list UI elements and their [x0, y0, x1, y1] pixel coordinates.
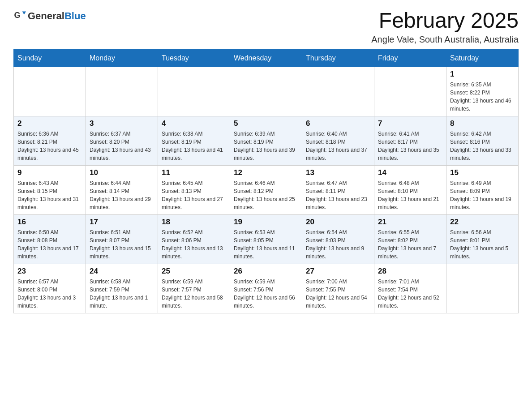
day-info: Sunrise: 6:37 AM Sunset: 8:20 PM Dayligh… [90, 130, 154, 162]
day-info: Sunrise: 6:43 AM Sunset: 8:15 PM Dayligh… [17, 179, 82, 211]
day-info: Sunrise: 6:40 AM Sunset: 8:18 PM Dayligh… [306, 130, 370, 162]
day-info: Sunrise: 6:45 AM Sunset: 8:13 PM Dayligh… [162, 179, 226, 211]
day-number: 11 [162, 168, 226, 177]
day-number: 21 [378, 218, 442, 227]
day-number: 8 [450, 119, 515, 128]
day-number: 16 [17, 218, 82, 227]
calendar-cell [86, 67, 158, 116]
day-info: Sunrise: 6:51 AM Sunset: 8:07 PM Dayligh… [90, 228, 154, 261]
day-number: 15 [450, 168, 515, 177]
logo-general-text: General [28, 10, 64, 21]
calendar-cell: 4Sunrise: 6:38 AM Sunset: 8:19 PM Daylig… [158, 116, 230, 165]
calendar-cell [374, 67, 446, 116]
calendar-cell: 15Sunrise: 6:49 AM Sunset: 8:09 PM Dayli… [446, 165, 519, 214]
day-number: 23 [17, 267, 82, 276]
svg-marker-1 [22, 12, 26, 15]
calendar-cell: 22Sunrise: 6:56 AM Sunset: 8:01 PM Dayli… [446, 214, 519, 264]
day-info: Sunrise: 7:00 AM Sunset: 7:55 PM Dayligh… [306, 278, 370, 310]
day-info: Sunrise: 6:38 AM Sunset: 8:19 PM Dayligh… [162, 130, 226, 162]
day-info: Sunrise: 6:42 AM Sunset: 8:16 PM Dayligh… [450, 130, 515, 162]
calendar-cell: 5Sunrise: 6:39 AM Sunset: 8:19 PM Daylig… [230, 116, 302, 165]
day-number: 20 [306, 218, 370, 227]
day-info: Sunrise: 6:36 AM Sunset: 8:21 PM Dayligh… [17, 130, 82, 162]
calendar-cell: 28Sunrise: 7:01 AM Sunset: 7:54 PM Dayli… [374, 264, 446, 313]
day-number: 3 [90, 119, 154, 128]
day-number: 5 [234, 119, 298, 128]
day-number: 12 [234, 168, 298, 177]
day-info: Sunrise: 6:52 AM Sunset: 8:06 PM Dayligh… [162, 228, 226, 261]
calendar-week-row: 1Sunrise: 6:35 AM Sunset: 8:22 PM Daylig… [14, 67, 519, 116]
day-info: Sunrise: 6:48 AM Sunset: 8:10 PM Dayligh… [378, 179, 442, 211]
day-number: 27 [306, 267, 370, 276]
calendar-cell: 23Sunrise: 6:57 AM Sunset: 8:00 PM Dayli… [14, 264, 86, 313]
day-info: Sunrise: 6:50 AM Sunset: 8:08 PM Dayligh… [17, 228, 82, 261]
day-info: Sunrise: 6:58 AM Sunset: 7:59 PM Dayligh… [90, 278, 154, 310]
calendar-cell: 19Sunrise: 6:53 AM Sunset: 8:05 PM Dayli… [230, 214, 302, 264]
location-subtitle: Angle Vale, South Australia, Australia [371, 34, 519, 45]
calendar-cell: 8Sunrise: 6:42 AM Sunset: 8:16 PM Daylig… [446, 116, 519, 165]
day-info: Sunrise: 6:55 AM Sunset: 8:02 PM Dayligh… [378, 228, 442, 261]
calendar-cell: 10Sunrise: 6:44 AM Sunset: 8:14 PM Dayli… [86, 165, 158, 214]
day-number: 26 [234, 267, 298, 276]
calendar-cell: 25Sunrise: 6:59 AM Sunset: 7:57 PM Dayli… [158, 264, 230, 313]
calendar-cell [158, 67, 230, 116]
day-number: 22 [450, 218, 515, 227]
day-info: Sunrise: 6:39 AM Sunset: 8:19 PM Dayligh… [234, 130, 298, 162]
day-number: 13 [306, 168, 370, 177]
day-number: 6 [306, 119, 370, 128]
title-area: February 2025 Angle Vale, South Australi… [371, 9, 519, 45]
calendar-cell: 9Sunrise: 6:43 AM Sunset: 8:15 PM Daylig… [14, 165, 86, 214]
day-info: Sunrise: 6:35 AM Sunset: 8:22 PM Dayligh… [450, 81, 515, 113]
day-of-week-header: Tuesday [158, 49, 230, 67]
day-of-week-header: Friday [374, 49, 446, 67]
day-info: Sunrise: 6:44 AM Sunset: 8:14 PM Dayligh… [90, 179, 154, 211]
calendar-week-row: 2Sunrise: 6:36 AM Sunset: 8:21 PM Daylig… [14, 116, 519, 165]
calendar-cell [446, 264, 519, 313]
day-of-week-header: Thursday [302, 49, 374, 67]
calendar-cell: 13Sunrise: 6:47 AM Sunset: 8:11 PM Dayli… [302, 165, 374, 214]
day-info: Sunrise: 6:49 AM Sunset: 8:09 PM Dayligh… [450, 179, 515, 211]
logo-blue-text: Blue [64, 10, 86, 21]
day-of-week-header: Sunday [14, 49, 86, 67]
day-number: 28 [378, 267, 442, 276]
calendar-table: SundayMondayTuesdayWednesdayThursdayFrid… [13, 49, 519, 313]
day-info: Sunrise: 6:46 AM Sunset: 8:12 PM Dayligh… [234, 179, 298, 211]
calendar-cell: 7Sunrise: 6:41 AM Sunset: 8:17 PM Daylig… [374, 116, 446, 165]
logo-icon: G [13, 9, 26, 23]
calendar-cell: 16Sunrise: 6:50 AM Sunset: 8:08 PM Dayli… [14, 214, 86, 264]
day-number: 9 [17, 168, 82, 177]
day-number: 18 [162, 218, 226, 227]
day-info: Sunrise: 6:57 AM Sunset: 8:00 PM Dayligh… [17, 278, 82, 310]
calendar-cell: 21Sunrise: 6:55 AM Sunset: 8:02 PM Dayli… [374, 214, 446, 264]
day-info: Sunrise: 6:59 AM Sunset: 7:56 PM Dayligh… [234, 278, 298, 310]
day-number: 10 [90, 168, 154, 177]
day-info: Sunrise: 6:56 AM Sunset: 8:01 PM Dayligh… [450, 228, 515, 261]
day-of-week-header: Saturday [446, 49, 519, 67]
calendar-cell [230, 67, 302, 116]
day-number: 14 [378, 168, 442, 177]
calendar-week-row: 23Sunrise: 6:57 AM Sunset: 8:00 PM Dayli… [14, 264, 519, 313]
day-number: 7 [378, 119, 442, 128]
page-header: G GeneralBlue February 2025 Angle Vale, … [13, 9, 519, 45]
calendar-header-row: SundayMondayTuesdayWednesdayThursdayFrid… [14, 49, 519, 67]
calendar-week-row: 16Sunrise: 6:50 AM Sunset: 8:08 PM Dayli… [14, 214, 519, 264]
calendar-cell: 26Sunrise: 6:59 AM Sunset: 7:56 PM Dayli… [230, 264, 302, 313]
calendar-cell: 17Sunrise: 6:51 AM Sunset: 8:07 PM Dayli… [86, 214, 158, 264]
svg-text:G: G [14, 11, 20, 20]
month-title: February 2025 [371, 9, 519, 33]
day-of-week-header: Monday [86, 49, 158, 67]
day-number: 17 [90, 218, 154, 227]
calendar-cell: 20Sunrise: 6:54 AM Sunset: 8:03 PM Dayli… [302, 214, 374, 264]
calendar-cell: 24Sunrise: 6:58 AM Sunset: 7:59 PM Dayli… [86, 264, 158, 313]
calendar-cell: 11Sunrise: 6:45 AM Sunset: 8:13 PM Dayli… [158, 165, 230, 214]
logo: G GeneralBlue [13, 9, 86, 23]
calendar-cell [14, 67, 86, 116]
day-info: Sunrise: 6:41 AM Sunset: 8:17 PM Dayligh… [378, 130, 442, 162]
calendar-cell: 3Sunrise: 6:37 AM Sunset: 8:20 PM Daylig… [86, 116, 158, 165]
calendar-cell: 2Sunrise: 6:36 AM Sunset: 8:21 PM Daylig… [14, 116, 86, 165]
day-number: 2 [17, 119, 82, 128]
day-number: 19 [234, 218, 298, 227]
day-info: Sunrise: 6:47 AM Sunset: 8:11 PM Dayligh… [306, 179, 370, 211]
day-info: Sunrise: 6:59 AM Sunset: 7:57 PM Dayligh… [162, 278, 226, 310]
day-number: 24 [90, 267, 154, 276]
